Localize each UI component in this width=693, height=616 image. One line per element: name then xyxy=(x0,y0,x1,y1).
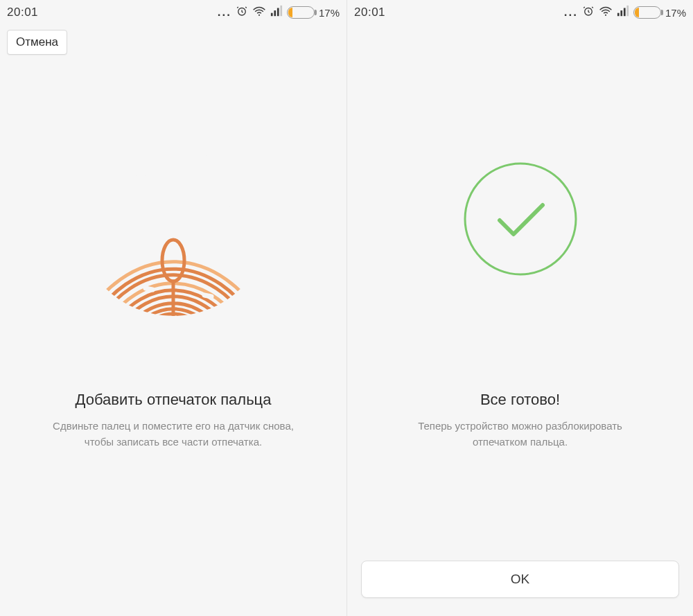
screen-fingerprint-done: 20:01 ... 17% xyxy=(346,0,693,616)
status-time: 20:01 xyxy=(7,6,38,19)
screen1-title: Добавить отпечаток пальца xyxy=(21,391,326,409)
status-bar: 20:01 ... 17% xyxy=(0,0,346,25)
svg-point-9 xyxy=(605,14,606,15)
alarm-icon xyxy=(582,5,595,21)
fingerprint-illustration xyxy=(0,60,346,378)
ok-button[interactable]: OK xyxy=(361,561,679,598)
signal-icon xyxy=(270,5,283,21)
battery-icon xyxy=(287,6,315,19)
svg-point-1 xyxy=(258,14,260,15)
done-text: Все готово! Теперь устройство можно разб… xyxy=(347,378,693,450)
signal-icon xyxy=(617,5,629,21)
svg-rect-5 xyxy=(280,5,282,15)
status-indicators: ... 17% xyxy=(218,5,340,21)
svg-rect-10 xyxy=(617,12,620,16)
status-dots: ... xyxy=(564,6,578,19)
wifi-icon xyxy=(252,5,266,21)
fingerprint-icon xyxy=(69,115,277,323)
cancel-button[interactable]: Отмена xyxy=(7,30,67,55)
toolbar-empty xyxy=(347,25,693,60)
bottom-bar: OK xyxy=(347,561,693,616)
screen2-title: Все готово! xyxy=(368,391,672,409)
screen2-subtitle: Теперь устройство можно разблокировать о… xyxy=(368,419,672,450)
wifi-icon xyxy=(599,5,613,21)
battery-percentage: 17% xyxy=(319,7,340,19)
svg-point-14 xyxy=(465,164,576,274)
svg-rect-2 xyxy=(271,12,273,16)
svg-rect-4 xyxy=(277,8,279,16)
instruction-text: Добавить отпечаток пальца Сдвиньте палец… xyxy=(0,378,346,450)
svg-rect-11 xyxy=(620,10,622,16)
screen-add-fingerprint: 20:01 ... 17% Отмена xyxy=(0,0,346,616)
screen1-subtitle: Сдвиньте палец и поместите его на датчик… xyxy=(21,419,326,450)
status-dots: ... xyxy=(218,6,231,19)
battery-percentage: 17% xyxy=(665,7,686,19)
alarm-icon xyxy=(236,5,248,21)
svg-rect-3 xyxy=(274,10,276,16)
status-bar: 20:01 ... 17% xyxy=(347,0,693,25)
checkmark-icon xyxy=(462,160,579,278)
svg-rect-12 xyxy=(624,8,626,16)
status-indicators: ... 17% xyxy=(564,5,686,21)
toolbar: Отмена xyxy=(0,25,346,60)
status-time: 20:01 xyxy=(354,6,385,19)
success-illustration xyxy=(347,60,693,378)
svg-rect-13 xyxy=(626,5,629,15)
battery-icon xyxy=(633,6,661,19)
